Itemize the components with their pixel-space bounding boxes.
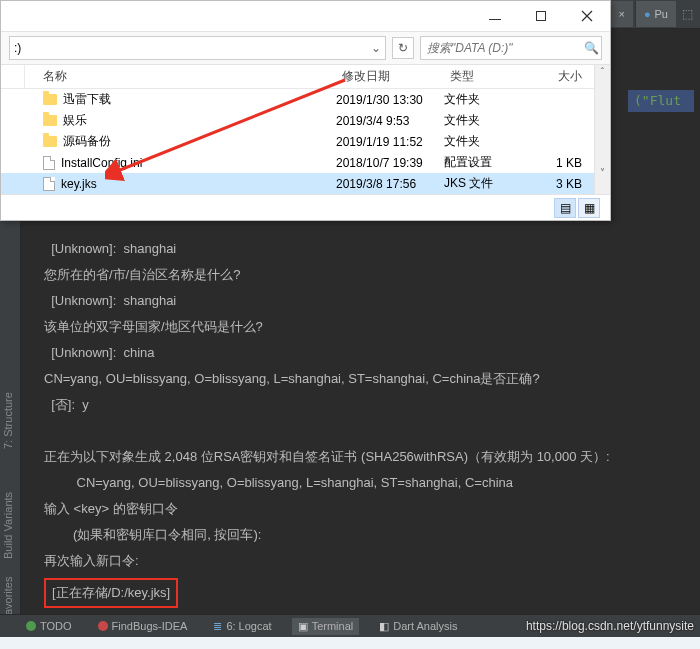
refresh-button[interactable]: ↻ <box>392 37 414 59</box>
scroll-up-icon[interactable]: ˆ <box>597 67 609 79</box>
header-name[interactable]: 名称 <box>25 65 336 88</box>
file-row[interactable]: 源码备份 2019/1/19 11:52 文件夹 <box>1 131 594 152</box>
view-icons-button[interactable]: ▦ <box>578 198 600 218</box>
code-selection: ("Flut <box>628 90 694 112</box>
watermark: https://blog.csdn.net/ytfunnysite <box>526 619 694 633</box>
file-row[interactable]: key.jks 2019/3/8 17:56 JKS 文件 3 KB <box>1 173 594 194</box>
maximize-button[interactable] <box>518 1 564 31</box>
file-date: 2019/3/4 9:53 <box>336 114 444 128</box>
file-date: 2019/3/8 17:56 <box>336 177 444 191</box>
file-icon <box>43 177 55 191</box>
ide-tab-1[interactable]: × <box>609 1 632 27</box>
search-box[interactable]: 🔍 <box>420 36 602 60</box>
header-size[interactable]: 大小 <box>526 65 594 88</box>
address-bar[interactable]: :) ⌄ <box>9 36 386 60</box>
tab-terminal[interactable]: ▣Terminal <box>292 618 360 635</box>
folder-icon <box>43 136 57 147</box>
tab-todo[interactable]: TODO <box>20 618 78 634</box>
search-input[interactable] <box>427 41 578 55</box>
ide-tab-pu[interactable]: ●Pu <box>635 1 676 27</box>
folder-icon <box>43 94 57 105</box>
scrollbar[interactable]: ˆ ˬ <box>594 65 610 194</box>
minimize-button[interactable] <box>472 1 518 31</box>
file-type: 配置设置 <box>444 154 526 171</box>
tab-logcat[interactable]: ≣6: Logcat <box>207 618 277 635</box>
terminal-output: [Unknown]: shanghai 您所在的省/市/自治区名称是什么? [U… <box>44 210 700 649</box>
file-date: 2019/1/19 11:52 <box>336 135 444 149</box>
file-date: 2018/10/7 19:39 <box>336 156 444 170</box>
tab-findbugs[interactable]: FindBugs-IDEA <box>92 618 194 634</box>
header-date[interactable]: 修改日期 <box>336 65 444 88</box>
scroll-down-icon[interactable]: ˬ <box>597 159 609 171</box>
file-type: 文件夹 <box>444 112 526 129</box>
side-structure[interactable]: 7: Structure <box>2 392 14 449</box>
side-build-variants[interactable]: Build Variants <box>2 492 14 559</box>
search-icon[interactable]: 🔍 <box>584 41 599 55</box>
path-text: :) <box>14 41 21 55</box>
footer-strip <box>0 637 700 649</box>
file-type: 文件夹 <box>444 133 526 150</box>
file-name: 迅雷下载 <box>63 91 111 108</box>
file-name: InstallConfig.ini <box>61 156 142 170</box>
file-size: 3 KB <box>526 177 594 191</box>
file-row[interactable]: 娱乐 2019/3/4 9:53 文件夹 <box>1 110 594 131</box>
highlighted-output: [正在存储/D:/key.jks] <box>44 578 178 608</box>
header-type[interactable]: 类型 <box>444 65 526 88</box>
file-row[interactable]: InstallConfig.ini 2018/10/7 19:39 配置设置 1… <box>1 152 594 173</box>
column-headers: 名称 修改日期 类型 大小 <box>1 65 594 89</box>
tab-dart[interactable]: ◧Dart Analysis <box>373 618 463 635</box>
chevron-down-icon[interactable]: ⌄ <box>371 41 381 55</box>
close-button[interactable] <box>564 1 610 31</box>
file-explorer-window: :) ⌄ ↻ 🔍 名称 修改日期 类型 大小 迅雷下载 2019/1/30 13… <box>0 0 611 221</box>
file-type: JKS 文件 <box>444 175 526 192</box>
file-date: 2019/1/30 13:30 <box>336 93 444 107</box>
file-type: 文件夹 <box>444 91 526 108</box>
file-name: key.jks <box>61 177 97 191</box>
file-icon <box>43 156 55 170</box>
ide-tab-label: Pu <box>655 8 668 20</box>
file-name: 源码备份 <box>63 133 111 150</box>
panel-menu-icon[interactable]: ⬚ <box>678 1 696 27</box>
file-row[interactable]: 迅雷下载 2019/1/30 13:30 文件夹 <box>1 89 594 110</box>
file-size: 1 KB <box>526 156 594 170</box>
view-details-button[interactable]: ▤ <box>554 198 576 218</box>
folder-icon <box>43 115 57 126</box>
file-name: 娱乐 <box>63 112 87 129</box>
code-text: ("Flut <box>634 93 681 108</box>
